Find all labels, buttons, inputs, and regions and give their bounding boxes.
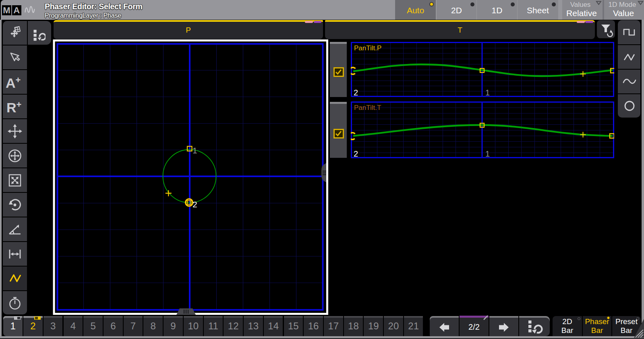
svg-text:1: 1 — [193, 146, 197, 155]
svg-text:2: 2 — [354, 149, 358, 158]
svg-text:PanTilt.T: PanTilt.T — [354, 104, 381, 112]
svg-text:1: 1 — [485, 88, 490, 97]
svg-text:2: 2 — [354, 88, 358, 97]
svg-text:2: 2 — [193, 200, 197, 209]
svg-text:1: 1 — [485, 149, 490, 158]
svg-text:PanTilt.P: PanTilt.P — [354, 44, 381, 52]
